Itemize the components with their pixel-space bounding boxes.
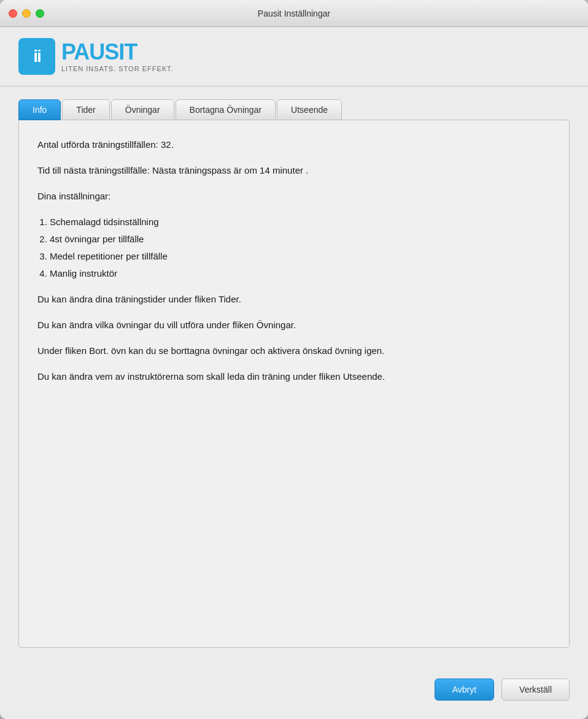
logo-area: ii Pausit Liten insats. Stor effekt. xyxy=(0,27,588,87)
bottom-bar: Avbryt Verkställ xyxy=(0,666,588,719)
next-training: Tid till nästa träningstillfälle: Nästa … xyxy=(37,163,551,178)
tip-ovningar: Du kan ändra vilka övningar du vill utfö… xyxy=(37,318,551,333)
maximize-button[interactable] xyxy=(36,9,44,18)
tab-bortagna[interactable]: Bortagna Övningar xyxy=(176,99,276,120)
tab-tider[interactable]: Tider xyxy=(62,99,109,120)
logo-brand-main: ausit xyxy=(74,39,137,64)
logo-brand: Pausit xyxy=(61,41,174,63)
training-count: Antal utförda träningstillfällen: 32. xyxy=(37,137,551,152)
apply-button[interactable]: Verkställ xyxy=(501,679,570,701)
list-item: Medel repetitioner per tillfälle xyxy=(50,249,551,264)
logo-icon: ii xyxy=(18,38,55,75)
list-item: Schemalagd tidsinställning xyxy=(50,215,551,229)
close-button[interactable] xyxy=(9,9,17,18)
settings-list: Schemalagd tidsinställning 4st övningar … xyxy=(50,215,551,281)
window-controls xyxy=(9,9,44,18)
cancel-button[interactable]: Avbryt xyxy=(435,679,494,701)
info-panel: Antal utförda träningstillfällen: 32. Ti… xyxy=(18,120,570,648)
tip-tider: Du kan ändra dina träningstider under fl… xyxy=(37,292,551,307)
tip-bort: Under fliken Bort. övn kan du se borttag… xyxy=(37,344,551,358)
settings-label: Dina inställningar: xyxy=(37,191,110,201)
tab-info[interactable]: Info xyxy=(18,99,61,120)
title-bar: Pausit Inställningar xyxy=(0,0,588,27)
tab-ovningar[interactable]: Övningar xyxy=(111,99,174,120)
logo-slogan: Liten insats. Stor effekt. xyxy=(61,65,174,72)
list-item: 4st övningar per tillfälle xyxy=(50,232,551,247)
tab-utseende[interactable]: Utseende xyxy=(277,99,342,120)
logo-text: Pausit Liten insats. Stor effekt. xyxy=(61,41,174,72)
logo-container: ii Pausit Liten insats. Stor effekt. xyxy=(18,38,570,75)
main-window: Pausit Inställningar ii Pausit Liten ins… xyxy=(0,0,588,719)
logo-brand-prefix: P xyxy=(61,39,74,64)
tab-bar: Info Tider Övningar Bortagna Övningar Ut… xyxy=(18,99,570,120)
minimize-button[interactable] xyxy=(22,9,31,18)
list-item: Manlig instruktör xyxy=(50,266,551,281)
tip-utseende: Du kan ändra vem av instruktörerna som s… xyxy=(37,369,551,384)
window-title: Pausit Inställningar xyxy=(258,9,330,18)
main-content: Info Tider Övningar Bortagna Övningar Ut… xyxy=(0,87,588,666)
info-content: Antal utförda träningstillfällen: 32. Ti… xyxy=(37,137,551,384)
settings-section: Dina inställningar: xyxy=(37,189,551,204)
